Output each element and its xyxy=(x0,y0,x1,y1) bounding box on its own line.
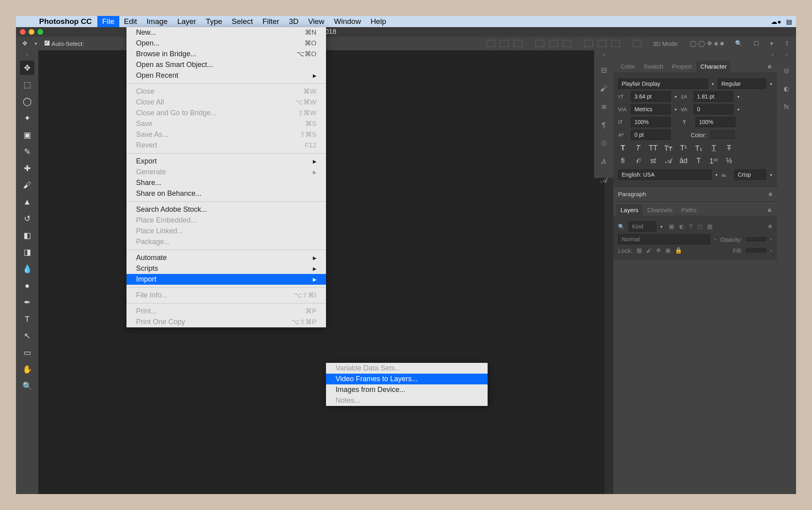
menu-3d[interactable]: 3D xyxy=(284,16,303,27)
type-tool[interactable]: T xyxy=(20,312,34,326)
arrange-icon[interactable]: ▾ xyxy=(770,40,773,47)
hand-tool[interactable]: ✋ xyxy=(20,362,34,376)
lock-artboard-icon[interactable]: ▣ xyxy=(665,247,671,254)
autoselect-checkbox[interactable] xyxy=(44,40,50,46)
menu-view[interactable]: View xyxy=(303,16,329,27)
lock-paint-icon[interactable]: 🖌 xyxy=(646,247,652,254)
stylistic-button[interactable]: st xyxy=(648,157,658,165)
filter-smart-icon[interactable]: ▦ xyxy=(707,223,713,230)
menu-edit[interactable]: Edit xyxy=(119,16,142,27)
styles-icon[interactable]: 𝒜 xyxy=(597,174,610,187)
filter-adjust-icon[interactable]: ◐ xyxy=(679,223,684,230)
filter-type-icon[interactable]: T xyxy=(689,223,693,230)
eraser-tool[interactable]: ◧ xyxy=(20,228,34,242)
panel-icon-3[interactable]: ≋ xyxy=(597,100,610,113)
swash-button[interactable]: 𝒜 xyxy=(664,157,673,165)
3d-icons[interactable]: ◯ ◯ ✥ ◈ ■ xyxy=(690,40,724,47)
kerning-select[interactable]: Metrics xyxy=(631,104,671,114)
glyphs-icon[interactable]: ⦾ xyxy=(597,137,610,150)
menu-item-automate[interactable]: Automate▶ xyxy=(126,252,326,263)
tool-preset-dropdown[interactable]: ▾ xyxy=(35,41,37,46)
menu-item-open-as-smart-object-[interactable]: Open as Smart Object... xyxy=(126,59,326,70)
app-name[interactable]: Photoshop CC xyxy=(34,17,97,26)
history-brush-tool[interactable]: ↺ xyxy=(20,211,34,226)
crop-tool[interactable]: ▣ xyxy=(20,128,34,142)
submenu-item-images-from-device-[interactable]: Images from Device... xyxy=(326,384,488,395)
filter-shape-icon[interactable]: ◻ xyxy=(697,223,702,230)
panel-menu-icon[interactable]: ≡ xyxy=(765,61,774,72)
menu-help[interactable]: Help xyxy=(366,16,391,27)
menu-item-new-[interactable]: New...⌘N xyxy=(126,27,326,38)
zoom-button[interactable] xyxy=(38,29,43,35)
font-style-select[interactable]: Regular xyxy=(718,79,766,89)
menu-item-share-[interactable]: Share... xyxy=(126,177,326,188)
tab-layers[interactable]: Layers xyxy=(616,204,642,216)
allcaps-button[interactable]: TT xyxy=(648,144,658,153)
menu-item-import[interactable]: Import▶ xyxy=(126,274,326,285)
underline-button[interactable]: T xyxy=(709,144,719,153)
stamp-tool[interactable]: ▲ xyxy=(20,195,34,209)
hscale-input[interactable]: 100% xyxy=(695,117,735,127)
share-icon[interactable]: ⇧ xyxy=(784,40,790,47)
baseline-input[interactable]: 0 pt xyxy=(631,130,671,140)
paragraph-panel-header[interactable]: Paragraph ≡ xyxy=(613,186,777,201)
lock-all-icon[interactable]: 🔒 xyxy=(675,247,682,254)
history-icon[interactable]: ☐ xyxy=(754,40,759,47)
fractions-button[interactable]: ½ xyxy=(724,157,734,165)
menu-type[interactable]: Type xyxy=(201,16,227,27)
blur-tool[interactable]: 💧 xyxy=(20,262,34,276)
italic-button[interactable]: T xyxy=(633,144,643,153)
tab-paths[interactable]: Paths xyxy=(677,204,700,216)
search-icon[interactable]: 🔍 xyxy=(735,40,743,47)
smallcaps-button[interactable]: Tᴛ xyxy=(664,144,673,153)
path-select-tool[interactable]: ↖ xyxy=(20,329,34,343)
dodge-tool[interactable]: ● xyxy=(20,278,34,293)
tab-properties[interactable]: Propert xyxy=(668,61,695,72)
gradient-tool[interactable]: ◨ xyxy=(20,245,34,259)
ordinals-button[interactable]: 1ˢᵗ xyxy=(709,157,719,165)
status-icon[interactable]: ▤ xyxy=(786,18,792,26)
bold-button[interactable]: T xyxy=(618,144,628,153)
close-button[interactable] xyxy=(20,29,26,35)
align-icons[interactable] xyxy=(486,40,642,47)
opacity-input[interactable] xyxy=(746,237,766,241)
char-icon[interactable]: A xyxy=(597,156,610,168)
lasso-tool[interactable]: ◯ xyxy=(20,94,34,108)
shape-tool[interactable]: ▭ xyxy=(20,345,34,360)
filter-pixel-icon[interactable]: ▣ xyxy=(669,223,674,230)
move-tool[interactable]: ✥ xyxy=(20,61,34,75)
menu-select[interactable]: Select xyxy=(227,16,258,27)
menu-item-share-on-behance-[interactable]: Share on Behance... xyxy=(126,188,326,199)
menu-layer[interactable]: Layer xyxy=(172,16,201,27)
strikethrough-button[interactable]: T xyxy=(724,144,734,153)
eyedropper-tool[interactable]: ✎ xyxy=(20,144,34,159)
leading-input[interactable]: 1.81 pt xyxy=(693,91,733,102)
move-tool-icon[interactable]: ✥ xyxy=(22,40,28,47)
menu-item-scripts[interactable]: Scripts▶ xyxy=(126,263,326,274)
font-size-input[interactable]: 3.64 pt xyxy=(631,91,671,102)
cc-sync-icon[interactable]: ☁● xyxy=(771,18,781,26)
subscript-button[interactable]: T₁ xyxy=(694,144,703,153)
minimize-button[interactable] xyxy=(29,29,34,35)
tab-color[interactable]: Color xyxy=(616,61,639,72)
menu-item-browse-in-bridge-[interactable]: Browse in Bridge...⌥⌘O xyxy=(126,49,326,59)
lock-position-icon[interactable]: ✥ xyxy=(656,247,661,254)
text-color-swatch[interactable] xyxy=(711,131,735,139)
adjustments-icon[interactable]: ◐ xyxy=(780,82,793,95)
menu-item-search-adobe-stock-[interactable]: Search Adobe Stock... xyxy=(126,204,326,215)
tab-swatches[interactable]: Swatch xyxy=(640,61,667,72)
paragraph-icon[interactable]: ¶ xyxy=(597,119,610,132)
panel-menu-icon[interactable]: ≡ xyxy=(769,191,772,197)
tab-channels[interactable]: Channels xyxy=(643,204,676,216)
blend-mode-select[interactable]: Normal xyxy=(618,234,710,244)
panel-icon-2[interactable]: 🖌 xyxy=(597,82,610,95)
menu-item-open-[interactable]: Open...⌘O xyxy=(126,38,326,49)
oldstyle-button[interactable]: ād xyxy=(679,157,688,165)
layer-filter-kind[interactable]: Kind xyxy=(628,221,656,232)
healing-tool[interactable]: ✚ xyxy=(20,161,34,175)
cc-libraries-icon[interactable]: ◎ xyxy=(780,64,793,77)
menu-window[interactable]: Window xyxy=(329,16,366,27)
zoom-tool[interactable]: 🔍 xyxy=(20,379,34,393)
brush-tool[interactable]: 🖌 xyxy=(20,178,34,192)
panel-icon-1[interactable]: ⊟ xyxy=(597,64,610,77)
